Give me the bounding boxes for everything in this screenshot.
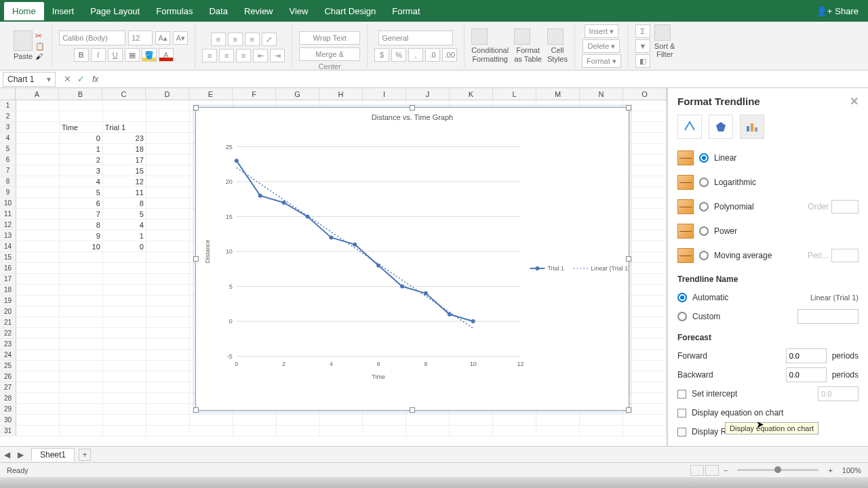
select-all-corner[interactable]	[0, 88, 16, 100]
fx-label[interactable]: fx	[90, 75, 101, 84]
cell[interactable]	[623, 165, 667, 176]
cell[interactable]	[60, 111, 103, 121]
row-header[interactable]: 12	[0, 220, 16, 230]
cell[interactable]: 5	[103, 209, 146, 219]
format-painter-icon[interactable]: 🖌	[35, 52, 45, 60]
cell[interactable]	[16, 393, 60, 403]
autosum-icon[interactable]: Σ	[635, 24, 650, 38]
cell[interactable]	[146, 241, 190, 251]
chart-plot-area[interactable]: -50510152025024681012TimeDistanceTrial 1…	[196, 124, 629, 399]
tab-chart-design[interactable]: Chart Design	[316, 2, 384, 20]
row-header[interactable]: 27	[0, 382, 16, 392]
cell[interactable]: 9	[60, 230, 103, 241]
cell[interactable]	[146, 176, 190, 186]
cell[interactable]	[623, 111, 667, 121]
cell[interactable]: 7	[60, 209, 103, 219]
cell[interactable]	[623, 263, 667, 273]
cell[interactable]	[623, 198, 667, 208]
cell[interactable]	[320, 415, 363, 425]
trendtype-extra-input[interactable]	[831, 249, 859, 262]
cell[interactable]	[623, 241, 667, 251]
cell[interactable]	[406, 426, 450, 436]
row-header[interactable]: 1	[0, 100, 16, 110]
cell[interactable]	[60, 285, 103, 295]
row-header[interactable]: 23	[0, 339, 16, 349]
resize-handle[interactable]	[193, 256, 199, 262]
cell[interactable]: 5	[60, 187, 103, 197]
trendline-options-tab-icon[interactable]	[740, 115, 764, 139]
trendtype-radio[interactable]	[699, 178, 709, 187]
cell[interactable]: 4	[103, 220, 146, 230]
align-bottom-icon[interactable]: ≡	[245, 33, 260, 46]
cell[interactable]	[16, 274, 60, 284]
decrease-font-icon[interactable]: A▾	[173, 31, 188, 45]
cell[interactable]: 10	[60, 241, 103, 251]
trendtype-radio[interactable]	[699, 202, 709, 211]
col-header[interactable]: G	[276, 88, 319, 100]
row-header[interactable]: 16	[0, 263, 16, 273]
cell[interactable]	[623, 176, 667, 186]
cell[interactable]	[580, 426, 623, 436]
border-button[interactable]: ▦	[125, 48, 140, 62]
cell[interactable]	[190, 426, 233, 436]
page-layout-view-icon[interactable]	[705, 465, 719, 476]
cancel-edit-icon[interactable]: ✕	[61, 74, 73, 84]
cell[interactable]	[623, 220, 667, 230]
cell[interactable]	[493, 415, 536, 425]
row-header[interactable]: 15	[0, 252, 16, 262]
cell[interactable]	[277, 415, 320, 425]
col-header[interactable]: I	[363, 88, 406, 100]
next-sheet-icon[interactable]: ▶	[18, 450, 27, 460]
cell[interactable]	[233, 426, 277, 436]
col-header[interactable]: F	[233, 88, 276, 100]
cell[interactable]	[146, 220, 190, 230]
cell[interactable]: 0	[103, 241, 146, 251]
cell[interactable]: 2	[60, 155, 103, 165]
cell[interactable]	[146, 415, 190, 425]
normal-view-icon[interactable]	[690, 465, 704, 476]
cell[interactable]	[623, 361, 667, 371]
cell[interactable]	[363, 426, 406, 436]
row-header[interactable]: 30	[0, 415, 16, 425]
percent-icon[interactable]: %	[391, 48, 406, 62]
fill-icon[interactable]: ▼	[635, 39, 650, 53]
cell[interactable]	[623, 230, 667, 241]
cell[interactable]	[16, 317, 60, 327]
cell[interactable]: 0	[60, 133, 103, 143]
cell[interactable]	[60, 306, 103, 317]
cell[interactable]	[16, 241, 60, 251]
tab-view[interactable]: View	[281, 2, 317, 20]
tab-page-layout[interactable]: Page Layout	[82, 2, 148, 20]
number-format-select[interactable]	[378, 30, 453, 45]
col-header[interactable]: L	[493, 88, 536, 100]
clear-icon[interactable]: ◧	[635, 54, 650, 68]
cell[interactable]	[623, 187, 667, 197]
cell[interactable]	[277, 426, 320, 436]
cell[interactable]	[16, 198, 60, 208]
cell[interactable]	[16, 111, 60, 121]
cell[interactable]	[146, 198, 190, 208]
cell[interactable]	[103, 415, 146, 425]
font-size-select[interactable]	[128, 30, 153, 45]
cell[interactable]	[16, 144, 60, 154]
resize-handle[interactable]	[410, 105, 415, 110]
comma-icon[interactable]: ,	[408, 48, 423, 62]
close-pane-icon[interactable]: ✕	[850, 95, 859, 108]
cell[interactable]	[146, 100, 190, 110]
copy-icon[interactable]: 📋	[35, 42, 45, 51]
align-middle-icon[interactable]: ≡	[228, 33, 243, 46]
cell[interactable]: Trial 1	[103, 122, 146, 132]
cell[interactable]: 1	[60, 144, 103, 154]
cell[interactable]: 17	[103, 155, 146, 165]
cell[interactable]	[16, 122, 60, 132]
decrease-decimal-icon[interactable]: .00	[442, 48, 457, 62]
row-header[interactable]: 18	[0, 285, 16, 295]
wrap-text-button[interactable]: Wrap Text	[299, 31, 360, 45]
row-header[interactable]: 25	[0, 361, 16, 371]
cell[interactable]	[146, 111, 190, 121]
cell[interactable]	[623, 328, 667, 338]
row-header[interactable]: 7	[0, 165, 16, 176]
cell[interactable]: 8	[103, 198, 146, 208]
cell[interactable]	[16, 285, 60, 295]
cell[interactable]	[146, 350, 190, 360]
